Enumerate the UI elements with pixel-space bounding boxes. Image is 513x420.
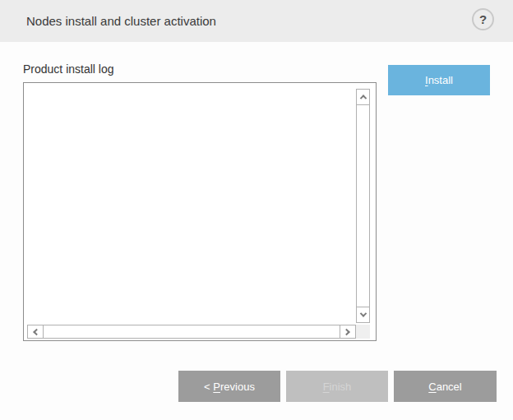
- wizard-window: Nodes install and cluster activation ? P…: [0, 0, 513, 420]
- horizontal-scrollbar[interactable]: [27, 325, 356, 339]
- scroll-down-button[interactable]: [356, 307, 370, 323]
- chevron-left-icon: [33, 328, 39, 335]
- product-install-log-label: Product install log: [23, 62, 114, 76]
- page-title: Nodes install and cluster activation: [26, 14, 216, 28]
- scrollbar-corner: [356, 325, 370, 339]
- product-install-log-box: [23, 82, 377, 341]
- scroll-right-button[interactable]: [340, 325, 356, 339]
- button-label: <: [204, 381, 213, 393]
- install-button[interactable]: Install: [388, 65, 490, 95]
- cancel-button[interactable]: Cancel: [394, 371, 497, 402]
- finish-button: Finish: [286, 371, 388, 402]
- question-mark-icon: ?: [479, 12, 487, 26]
- chevron-up-icon: [359, 95, 366, 101]
- scroll-up-button[interactable]: [356, 89, 370, 105]
- scroll-left-button[interactable]: [27, 325, 44, 339]
- header: Nodes install and cluster activation ?: [0, 0, 513, 42]
- chevron-right-icon: [343, 328, 349, 335]
- vertical-scrollbar[interactable]: [356, 89, 370, 323]
- help-button[interactable]: ?: [472, 8, 494, 30]
- horizontal-scrollbar-thumb[interactable]: [43, 325, 340, 339]
- chevron-down-icon: [359, 310, 366, 316]
- vertical-scrollbar-thumb[interactable]: [356, 104, 370, 307]
- product-install-log-content[interactable]: [25, 85, 354, 322]
- previous-button[interactable]: < Previous: [178, 371, 280, 402]
